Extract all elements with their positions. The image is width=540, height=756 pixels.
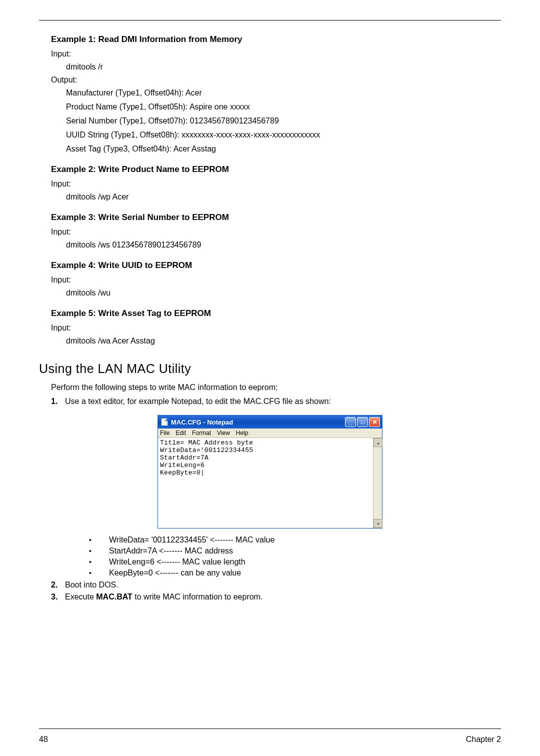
page-footer: 48 Chapter 2 xyxy=(39,735,501,744)
scroll-up-icon[interactable]: ▴ xyxy=(374,438,382,447)
bullet-dot-icon: • xyxy=(89,558,109,566)
example5-input-label: Input: xyxy=(51,324,501,332)
step-3: 3. Execute MAC.BAT to write MAC informat… xyxy=(51,592,501,602)
bullet-text: WriteData= '001122334455' <------- MAC v… xyxy=(109,536,274,544)
example1-input-label: Input: xyxy=(51,50,501,58)
notepad-file-icon xyxy=(161,418,168,426)
bullet-item: • KeepByte=0 <------- can be any value xyxy=(89,568,501,578)
example5-command: dmitools /wa Acer Asstag xyxy=(66,336,501,346)
notepad-title-text: MAC.CFG - Notepad xyxy=(171,418,233,426)
notepad-titlebar: MAC.CFG - Notepad _ □ ✕ xyxy=(158,416,382,428)
step-number: 1. xyxy=(51,397,65,406)
minimize-button[interactable]: _ xyxy=(345,417,356,427)
bullet-dot-icon: • xyxy=(89,536,109,544)
menu-view[interactable]: View xyxy=(217,430,230,436)
step-text: Boot into DOS. xyxy=(65,580,501,590)
example2-command: dmitools /wp Acer xyxy=(66,192,501,202)
example1-title: Example 1: Read DMI Information from Mem… xyxy=(51,34,501,44)
close-button[interactable]: ✕ xyxy=(369,417,380,427)
step-number: 3. xyxy=(51,592,65,602)
step-text: Use a text editor, for example Notepad, … xyxy=(65,397,501,406)
example1-output-line: Serial Number (Type1, Offset07h): 012345… xyxy=(66,116,501,126)
example4-title: Example 4: Write UUID to EEPROM xyxy=(51,260,501,270)
section-intro: Perform the following steps to write MAC… xyxy=(51,383,501,392)
menu-file[interactable]: File xyxy=(160,430,170,436)
step3-post: to write MAC information to eeprom. xyxy=(132,592,263,601)
step3-bold: MAC.BAT xyxy=(96,592,132,601)
notepad-window: MAC.CFG - Notepad _ □ ✕ File Edit Format… xyxy=(158,415,382,528)
bullet-dot-icon: • xyxy=(89,547,109,555)
notepad-body: Title= MAC Address byte WriteData='00112… xyxy=(158,438,382,528)
example1-output-line: Asset Tag (Type3, Offset04h): Acer Assta… xyxy=(66,144,501,154)
step3-pre: Execute xyxy=(65,592,96,601)
example3-input-label: Input: xyxy=(51,228,501,236)
menu-edit[interactable]: Edit xyxy=(176,430,186,436)
maximize-button[interactable]: □ xyxy=(357,417,368,427)
scroll-down-icon[interactable]: ▾ xyxy=(374,519,382,528)
top-rule xyxy=(39,20,501,20)
example2-input-label: Input: xyxy=(51,180,501,188)
example4-command: dmitools /wu xyxy=(66,288,501,298)
bullet-text: StartAddr=7A <------- MAC address xyxy=(109,546,233,556)
example1-output-line: UUID String (Type1, Offset08h): xxxxxxxx… xyxy=(66,130,501,140)
step-text: Execute MAC.BAT to write MAC information… xyxy=(65,592,501,602)
example1-output-line: Product Name (Type1, Offset05h): Aspire … xyxy=(66,102,501,112)
notepad-screenshot: MAC.CFG - Notepad _ □ ✕ File Edit Format… xyxy=(39,415,501,528)
bullet-item: • WriteLeng=6 <------- MAC value length xyxy=(89,558,501,566)
menu-format[interactable]: Format xyxy=(192,430,211,436)
bullet-dot-icon: • xyxy=(89,569,109,577)
notepad-title-left: MAC.CFG - Notepad xyxy=(161,418,233,426)
example3-command: dmitools /ws 01234567890123456789 xyxy=(66,240,501,250)
step-2: 2. Boot into DOS. xyxy=(51,580,501,590)
notepad-window-buttons: _ □ ✕ xyxy=(345,417,380,427)
chapter-label: Chapter 2 xyxy=(466,735,501,744)
step-number: 2. xyxy=(51,580,65,590)
bullet-text: WriteLeng=6 <------- MAC value length xyxy=(109,558,246,566)
notepad-scrollbar[interactable]: ▴ ▾ xyxy=(373,438,382,528)
example4-input-label: Input: xyxy=(51,276,501,284)
menu-help[interactable]: Help xyxy=(236,430,248,436)
example2-title: Example 2: Write Product Name to EEPROM xyxy=(51,164,501,174)
example5-title: Example 5: Write Asset Tag to EEPROM xyxy=(51,308,501,318)
example1-output-label: Output: xyxy=(51,76,501,84)
example1-command: dmitools /r xyxy=(66,62,501,72)
bullet-item: • StartAddr=7A <------- MAC address xyxy=(89,546,501,556)
notepad-menubar: File Edit Format View Help xyxy=(158,428,382,438)
bottom-rule xyxy=(39,728,501,729)
bullet-text: KeepByte=0 <------- can be any value xyxy=(109,568,241,578)
section-header: Using the LAN MAC Utility xyxy=(39,362,501,376)
example3-title: Example 3: Write Serial Number to EEPROM xyxy=(51,212,501,222)
page-number: 48 xyxy=(39,735,48,744)
step-1: 1. Use a text editor, for example Notepa… xyxy=(51,397,501,406)
notepad-textarea[interactable]: Title= MAC Address byte WriteData='00112… xyxy=(158,438,373,528)
bullet-item: • WriteData= '001122334455' <------- MAC… xyxy=(89,536,501,544)
example1-output-line: Manufacturer (Type1, Offset04h): Acer xyxy=(66,88,501,98)
